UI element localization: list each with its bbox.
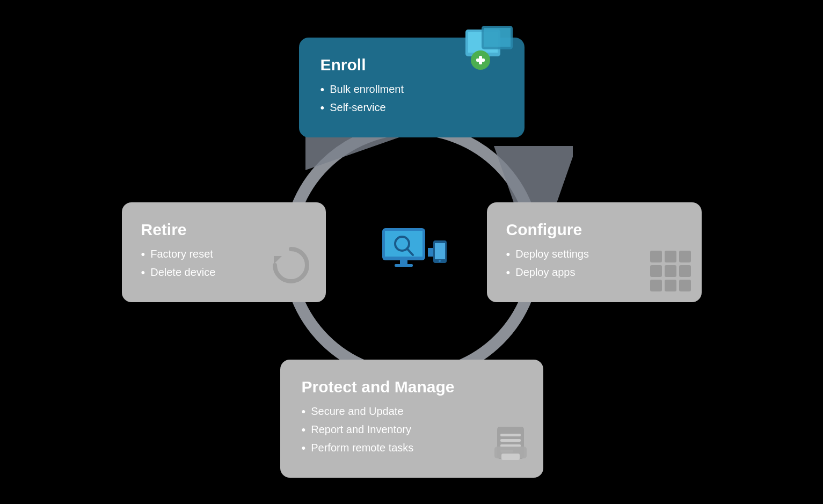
svg-rect-22: [400, 260, 407, 265]
svg-rect-23: [395, 264, 413, 267]
protect-list: Secure and Update Report and Inventory P…: [302, 405, 522, 455]
lifecycle-diagram: Enroll Bulk enrollment Self-service: [116, 21, 707, 483]
svg-rect-13: [500, 439, 521, 442]
svg-rect-12: [500, 434, 521, 436]
enroll-item-1: Bulk enrollment: [321, 83, 503, 97]
retire-card: Retire Factory reset Delete device: [122, 202, 326, 302]
protect-card: Protect and Manage Secure and Update Rep…: [280, 360, 543, 478]
svg-rect-9: [476, 59, 485, 62]
configure-title: Configure: [506, 221, 682, 239]
configure-card: Configure Deploy settings Deploy apps: [487, 202, 702, 302]
svg-rect-6: [484, 28, 511, 47]
protect-item-2: Report and Inventory: [302, 423, 522, 437]
report-svg-icon: [492, 424, 535, 467]
configure-grid-icon: [650, 251, 691, 291]
enroll-card: Enroll Bulk enrollment Self-service: [299, 38, 525, 137]
protect-item-3: Perform remote tasks: [302, 441, 522, 455]
svg-point-27: [439, 260, 441, 262]
svg-marker-10: [274, 256, 282, 264]
enroll-list: Bulk enrollment Self-service: [321, 83, 503, 115]
enroll-icon: [460, 21, 519, 83]
grid-icon: [650, 251, 691, 291]
svg-rect-26: [435, 243, 445, 259]
center-icon-svg: [380, 225, 449, 284]
enroll-item-2: Self-service: [321, 101, 503, 115]
protect-report-icon: [492, 424, 535, 469]
svg-rect-19: [385, 231, 423, 257]
retire-title: Retire: [141, 221, 307, 239]
protect-item-1: Secure and Update: [302, 405, 522, 419]
center-mdm-icon: [380, 225, 444, 279]
svg-rect-17: [501, 454, 520, 460]
retire-refresh-icon: [267, 241, 315, 291]
protect-title: Protect and Manage: [302, 378, 522, 396]
